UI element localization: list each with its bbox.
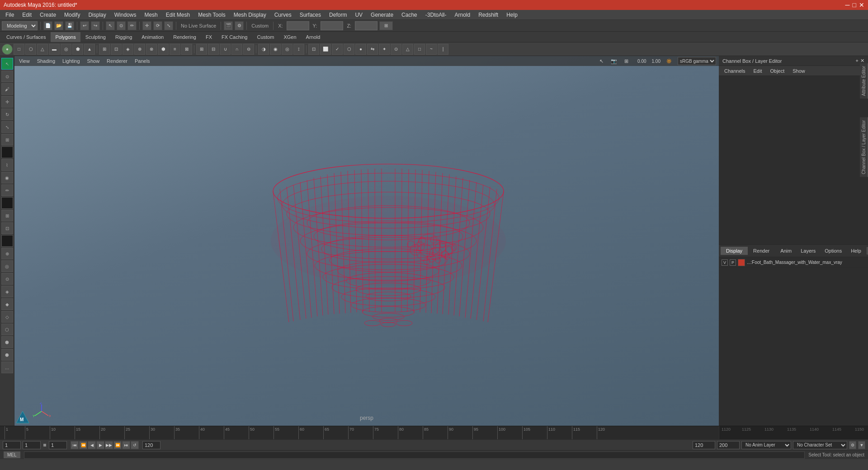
y-field[interactable] [321,21,343,30]
vp-shading-menu[interactable]: Shading [35,57,57,65]
menu-edit[interactable]: Edit [19,11,35,19]
layer-item[interactable]: V P ...:Foot_Bath_Massager_with_Water_ma… [719,257,868,268]
triangulate-btn[interactable]: △ [402,44,413,55]
menu-edit-mesh[interactable]: Edit Mesh [162,11,193,19]
vp-show-menu[interactable]: Show [85,57,102,65]
menu-3dtall[interactable]: -3DtoAll- [422,11,450,19]
rotate-btn[interactable]: ⟳ [153,21,162,30]
new-scene-btn[interactable]: 📄 [43,21,52,30]
show-manip9-btn[interactable]: ⬣ [1,349,13,361]
poly-sphere-btn[interactable]: ● [2,44,13,55]
menu-help[interactable]: Help [503,11,521,19]
paint-btn[interactable]: ✏ [127,21,137,30]
tab-render[interactable]: Render [748,247,775,255]
subdiv-btn[interactable]: ◎ [282,44,292,55]
show-manip6-btn[interactable]: ◇ [1,311,13,323]
menu-mesh-display[interactable]: Mesh Display [230,11,270,19]
menu-generate[interactable]: Generate [367,11,397,19]
tab-animation[interactable]: Animation [137,32,168,42]
poly-prism-btn[interactable]: ⬟ [72,44,83,55]
tab-polygons[interactable]: Polygons [51,32,80,42]
poly-pyramid-btn[interactable]: ▲ [84,44,95,55]
soft-select-btn[interactable]: ◉ [1,172,13,183]
uvspherical-btn[interactable]: ● [355,44,366,55]
menu-windows[interactable]: Windows [111,11,140,19]
paint-btn-l[interactable]: ✏ [1,184,13,196]
attribute-editor-tab[interactable]: Attribute Editor [860,63,868,99]
redo-btn[interactable]: ↪ [91,21,100,30]
menu-display[interactable]: Display [85,11,109,19]
snap-curve-btn[interactable]: ⌇ [1,159,13,171]
cleanup-btn[interactable]: ✦ [379,44,390,55]
help-menu[interactable]: Help [847,247,865,254]
select-btn[interactable]: ↖ [106,21,115,30]
tab-display[interactable]: Display [721,247,748,255]
select-icon[interactable]: ↖ [598,57,605,65]
menu-mesh[interactable]: Mesh [141,11,161,19]
prev-key-btn[interactable]: ⏪ [79,441,87,449]
more-btn[interactable]: … [1,362,13,373]
command-line[interactable] [24,451,805,459]
menu-mesh-tools[interactable]: Mesh Tools [194,11,229,19]
offset-loop-btn[interactable]: ⊠ [181,44,192,55]
menu-deform[interactable]: Deform [326,11,350,19]
bool-union-btn[interactable]: ∪ [220,44,231,55]
tab-arnold[interactable]: Arnold [302,32,325,42]
bridge-btn[interactable]: ⊡ [111,44,122,55]
select-tool-btn[interactable]: ↖ [1,58,13,70]
menu-uv[interactable]: UV [351,11,366,19]
poly-cone-btn[interactable]: △ [37,44,48,55]
harden-btn[interactable]: | [438,44,448,55]
layer-playback-btn[interactable]: P [730,259,736,266]
menu-file[interactable]: File [2,11,18,19]
rotate-tool-btn[interactable]: ↻ [1,108,13,120]
move-btn[interactable]: ✛ [142,21,151,30]
start-frame-field[interactable] [3,441,21,449]
goto-end-btn[interactable]: ⏭ [122,441,130,449]
paint-select-btn[interactable]: 🖌 [1,83,13,95]
poly-cube-btn[interactable]: □ [14,44,24,55]
tab-curves-surfaces[interactable]: Curves / Surfaces [2,32,50,42]
bool-diff-btn[interactable]: ∩ [231,44,242,55]
tab-anim[interactable]: Anim [775,247,797,255]
camera-icon[interactable]: 📷 [609,57,619,65]
close-btn[interactable]: ✕ [859,1,864,9]
menu-redshift[interactable]: Redshift [475,11,502,19]
menu-curves[interactable]: Curves [271,11,295,19]
tab-fx[interactable]: FX [201,32,217,42]
scale-tool-btn[interactable]: ⤡ [1,121,13,133]
window-controls[interactable]: ─ □ ✕ [845,1,864,9]
vp-view-menu[interactable]: View [17,57,32,65]
lasso-btn[interactable]: ⊙ [117,21,126,30]
goto-start-btn[interactable]: ⏮ [71,441,79,449]
prev-frame-btn[interactable]: ◀ [88,441,96,449]
smooth-btn[interactable]: ◉ [270,44,281,55]
mel-tab[interactable]: MEL [4,451,20,458]
menu-create[interactable]: Create [36,11,60,19]
menu-surfaces[interactable]: Surfaces [296,11,325,19]
undo-btn[interactable]: ↩ [80,21,89,30]
poly-plane-btn[interactable]: ▬ [49,44,60,55]
show-manip8-btn[interactable]: ⬢ [1,336,13,348]
show-manip4-btn[interactable]: ◈ [1,286,13,297]
frame-icon[interactable]: ⊞ [623,57,630,65]
bevel-btn[interactable]: ⬢ [158,44,169,55]
sculpt-btn[interactable]: ⊡ [1,222,13,234]
gamma-select[interactable]: sRGB gamma [678,57,716,65]
crease-btn[interactable]: ⟟ [293,44,304,55]
options-menu[interactable]: Options [821,247,845,254]
play-fwd-btn[interactable]: ▶▶ [105,441,113,449]
gamma-icon[interactable]: 🔅 [666,58,672,64]
show-manip5-btn[interactable]: ◆ [1,298,13,310]
tab-xgen[interactable]: XGen [279,32,301,42]
save-btn[interactable]: 💾 [65,21,74,30]
uvcheck-btn[interactable]: ✓ [332,44,343,55]
snap-btn[interactable]: ⊞ [379,21,393,30]
anim-layer-select[interactable]: No Anim Layer [741,441,791,449]
cb-expand-btn[interactable]: + [856,58,859,64]
current-frame-field[interactable] [23,441,41,449]
vp-lighting-menu[interactable]: Lighting [61,57,82,65]
show-manip2-btn[interactable]: ◎ [1,260,13,272]
cb-channels[interactable]: Channels [721,67,749,75]
char-set-menu-btn[interactable]: ▼ [858,441,865,449]
